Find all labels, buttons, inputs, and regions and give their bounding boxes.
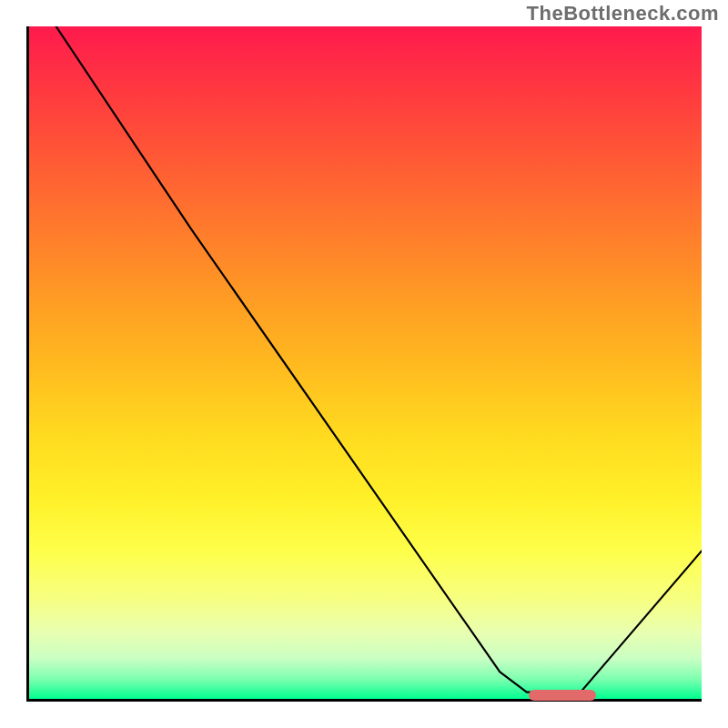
- curve-svg: [29, 26, 702, 699]
- optimal-range-marker: [529, 690, 596, 701]
- chart-plot-area: [26, 26, 702, 702]
- watermark-label: TheBottleneck.com: [527, 2, 719, 25]
- bottleneck-curve: [56, 26, 702, 693]
